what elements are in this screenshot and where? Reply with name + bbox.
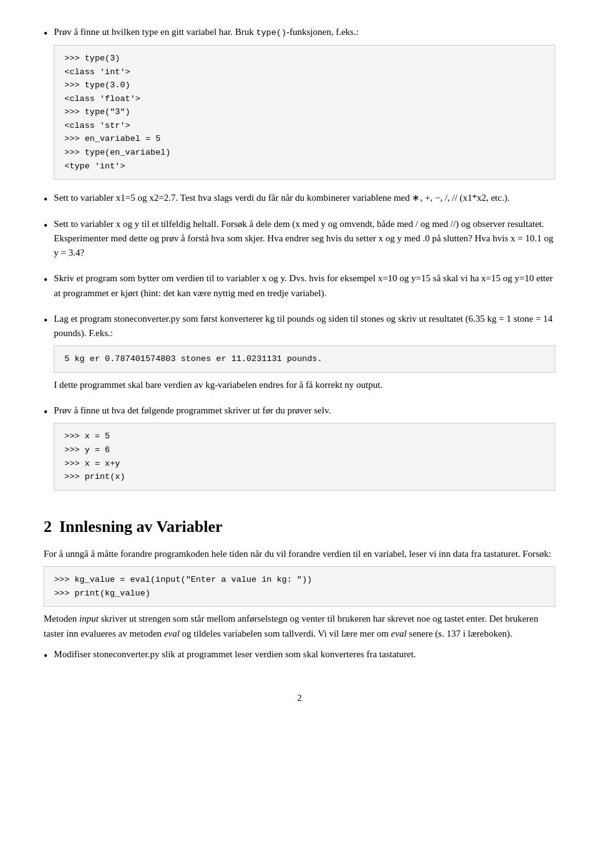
section-2-bullet-list: Modifiser stoneconverter.py slik at prog… <box>44 647 555 667</box>
section-2-title: Innlesning av Variabler <box>59 514 223 539</box>
bullet-item-3: Sett to variabler x og y til et tilfeldi… <box>44 217 555 266</box>
bullet-3-text: Sett to variabler x og y til et tilfeldi… <box>54 217 555 261</box>
bullet-4-content: Skriv et program som bytter om verdien t… <box>54 271 555 306</box>
section-2-paragraph-1: Metoden input skriver ut strengen som st… <box>44 612 555 641</box>
bullet-6-content: Prøv å finne ut hva det følgende program… <box>54 403 555 496</box>
code-block-stoneconverter-output: 5 kg er 0.787401574803 stones er 11.0231… <box>54 345 555 373</box>
bullet-item-4: Skriv et program som bytter om verdien t… <box>44 271 555 306</box>
bullet-4-text: Skriv et program som bytter om verdien t… <box>54 271 555 301</box>
bullet-item-7: Modifiser stoneconverter.py slik at prog… <box>44 647 555 667</box>
bullet-6-text: Prøv å finne ut hva det følgende program… <box>54 403 555 418</box>
bullet-item-5: Lag et program stoneconverter.py som før… <box>44 312 555 397</box>
bullet-3-content: Sett to variabler x og y til et tilfeldi… <box>54 217 555 266</box>
bullet-1-text: Prøv å finne ut hvilken type en gitt var… <box>54 25 555 40</box>
eval-italic-1: eval <box>164 629 180 639</box>
main-bullet-list: Prøv å finne ut hvilken type en gitt var… <box>44 25 555 496</box>
section-2-heading: 2 Innlesning av Variabler <box>44 514 555 539</box>
bullet-1-content: Prøv å finne ut hvilken type en gitt var… <box>54 25 555 185</box>
bullet-5-content: Lag et program stoneconverter.py som før… <box>54 312 555 397</box>
bullet-item-6: Prøv å finne ut hva det følgende program… <box>44 403 555 496</box>
section-2-number: 2 <box>44 514 52 539</box>
bullet-2-content: Sett to variabler x1=5 og x2=2.7. Test h… <box>54 191 555 210</box>
bullet-5-pre-text: Lag et program stoneconverter.py som før… <box>54 312 555 341</box>
code-block-type-examples: >>> type(3) <class 'int'> >>> type(3.0) … <box>54 45 555 180</box>
section-2-intro: For å unngå å måtte forandre programkode… <box>44 547 555 561</box>
eval-italic-2: eval <box>391 629 407 639</box>
bullet-7-text: Modifiser stoneconverter.py slik at prog… <box>54 647 555 662</box>
page-number: 2 <box>44 692 555 705</box>
code-block-xy-program: >>> x = 5 >>> y = 6 >>> x = x+y >>> prin… <box>54 423 555 490</box>
bullet-7-content: Modifiser stoneconverter.py slik at prog… <box>54 647 555 667</box>
input-italic: input <box>79 614 99 624</box>
code-block-input-eval: >>> kg_value = eval(input("Enter a value… <box>44 566 555 607</box>
bullet-item-1: Prøv å finne ut hvilken type en gitt var… <box>44 25 555 185</box>
bullet-5-post-text: I dette programmet skal bare verdien av … <box>54 378 555 392</box>
bullet-2-text: Sett to variabler x1=5 og x2=2.7. Test h… <box>54 191 555 205</box>
bullet-item-2: Sett to variabler x1=5 og x2=2.7. Test h… <box>44 191 555 210</box>
